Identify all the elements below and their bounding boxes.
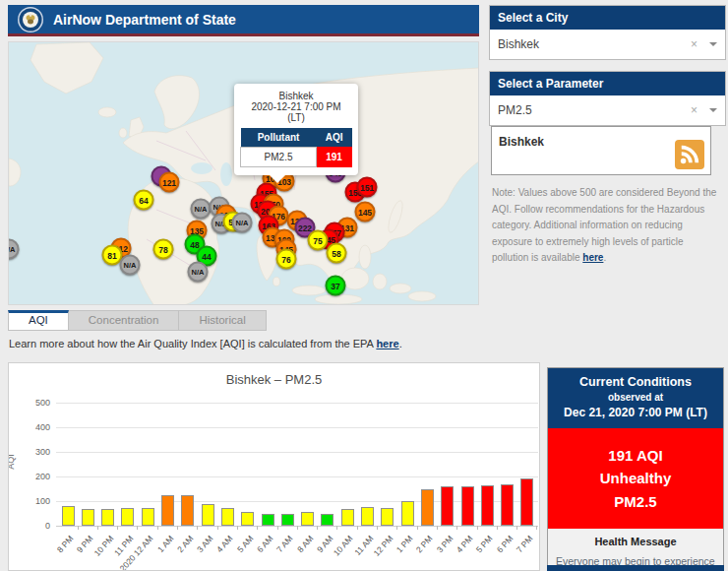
popup-city: Bishkek [240,91,352,101]
chart-x-tick [177,526,178,530]
chart-bar [161,495,174,526]
chart-x-tick [257,526,258,530]
cc-aqi-value: 191 AQI [552,444,719,467]
chart-y-tick-label: 0 [21,521,50,531]
chart-bar [281,514,294,526]
chart-bar [202,504,214,526]
map-marker[interactable]: N/A [188,262,209,283]
learn-more-body: Learn more about how the Air Quality Ind… [9,338,376,349]
chart-x-tick [497,526,498,530]
chart-x-tick [217,526,218,530]
map-marker[interactable]: 37 [326,276,346,296]
chart-bar [421,489,434,526]
chart-x-tick [437,526,438,530]
map-marker[interactable]: 76 [276,249,297,270]
chart-bar [481,485,494,526]
chart-x-tick [336,526,337,530]
cc-aqi-pollutant: PM2.5 [552,490,719,513]
map-marker[interactable]: 121 [159,172,180,193]
chart-bar [241,512,254,526]
chart-bar [142,508,154,526]
aqi-world-map[interactable]: N/A6412111281N/A78N/AN/A103N/A58N/A13548… [8,41,479,305]
chart-y-axis-label: AQI [8,454,16,470]
chart-gridline [56,427,538,428]
app-header: AirNow Department of State [8,5,479,36]
chart-bar [381,508,394,526]
map-marker[interactable]: 151 [357,177,378,198]
popup-timezone: (LT) [240,112,352,123]
cc-aqi-block: 191 AQI Unhealthy PM2.5 [548,428,723,529]
chart-x-tick [516,526,517,530]
health-message-title: Health Message [556,536,715,547]
cc-aqi-category: Unhealthy [552,467,719,489]
map-marker[interactable]: 75 [308,230,329,251]
map-marker[interactable]: 64 [134,190,154,211]
note-suffix: . [603,252,606,263]
department-of-state-seal-icon [18,7,43,32]
chart-x-tick [477,526,478,530]
chart-y-tick-label: 500 [21,398,50,408]
chart-x-tick [137,526,138,530]
map-popup: Bishkek 2020-12-21 7:00 PM (LT) Pollutan… [234,84,358,175]
current-conditions-header: Current Conditions observed at Dec 21, 2… [548,368,723,428]
popup-col-aqi: AQI [317,128,352,148]
chart-bar [441,486,454,526]
map-marker[interactable]: N/A [191,199,212,220]
chart-bar [301,512,314,526]
select-parameter-header: Select a Parameter [490,72,725,95]
learn-more-suffix: . [399,338,402,349]
page-title: AirNow Department of State [53,12,236,28]
popup-aqi-value: 191 [317,148,352,167]
chart-x-tick [317,526,318,530]
parameter-clear-icon[interactable]: × [691,103,698,117]
parameter-dropdown-arrow-icon[interactable] [709,108,717,116]
chart-bar [520,478,533,526]
parameter-select-value: PM2.5 [498,103,691,117]
map-marker[interactable]: N/A [232,213,253,233]
bottom-panel-strip [547,565,724,571]
popup-col-pollutant: Pollutant [241,128,317,148]
popup-pollutant-value: PM2.5 [241,148,317,167]
learn-more-here-link[interactable]: here [376,338,398,349]
chart-bar [401,501,414,526]
map-marker[interactable]: 145 [355,202,376,222]
city-dropdown-arrow-icon[interactable] [709,42,717,50]
map-marker[interactable]: 58 [327,243,347,264]
chart-bar [181,495,194,526]
note-here-link[interactable]: here [582,252,603,263]
select-city-panel: Select a City Bishkek × [489,5,726,60]
chart-x-tick [117,526,118,530]
select-city-header: Select a City [490,6,725,30]
chart-x-tick [78,526,79,530]
chart-bar [341,509,354,526]
tab-aqi[interactable]: AQI [8,310,69,331]
map-marker[interactable]: N/A [120,255,141,276]
rss-icon[interactable] [675,140,704,169]
map-marker[interactable]: 78 [153,239,174,260]
chart-bar [461,486,474,526]
chart-y-tick-label: 400 [21,422,50,432]
city-select[interactable]: Bishkek × [490,30,725,59]
chart-x-tick [297,526,298,530]
chart-x-tick [396,526,397,530]
popup-datetime: 2020-12-21 7:00 PM [240,101,352,112]
rss-city-label: Bishkek [499,135,544,149]
select-parameter-panel: Select a Parameter PM2.5 × [489,71,726,126]
chart-bar [321,514,334,526]
learn-more-text: Learn more about how the Air Quality Ind… [9,338,402,349]
tab-historical[interactable]: Historical [179,310,266,331]
chart-x-tick [456,526,457,530]
city-clear-icon[interactable]: × [691,37,698,51]
parameter-select[interactable]: PM2.5 × [490,95,725,125]
chart-x-tick [237,526,238,530]
city-select-value: Bishkek [498,37,691,51]
tab-concentration[interactable]: Concentration [69,310,180,331]
chart-bar [82,509,94,526]
chart-title: Bishkek – PM2.5 [9,372,539,387]
chart-bar [262,514,274,526]
current-conditions-panel: Current Conditions observed at Dec 21, 2… [547,367,724,571]
chart-x-tick [157,526,158,530]
chart-y-tick-label: 200 [21,472,50,481]
chart-y-tick-label: 300 [21,447,50,457]
chart-gridline [56,476,538,477]
